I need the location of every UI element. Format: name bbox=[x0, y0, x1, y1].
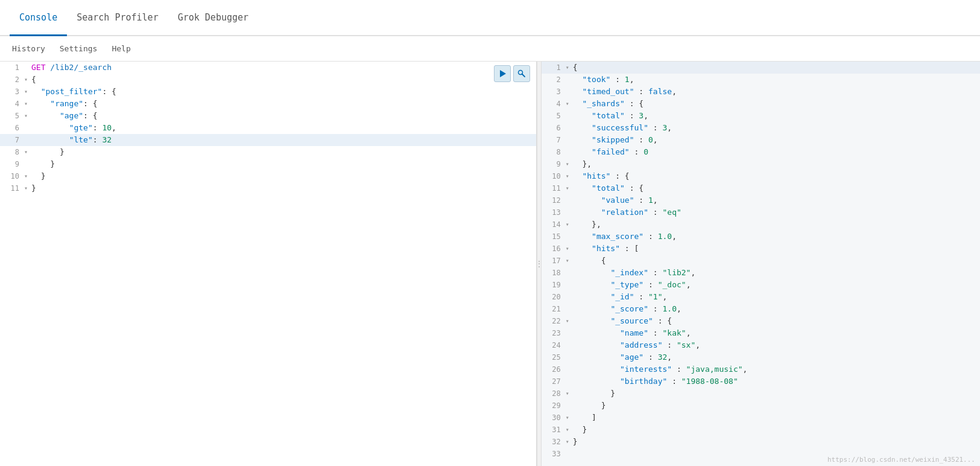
output-line: 32 ▾ } bbox=[542, 436, 980, 448]
output-line: 26 "interests" : "java,music", bbox=[542, 363, 980, 375]
output-line: 27 "birthday" : "1988-08-08" bbox=[542, 375, 980, 388]
editor-line: 8 ▾ } bbox=[0, 146, 536, 158]
output-line: 30 ▾ ] bbox=[542, 412, 980, 424]
output-line: 18 "_index" : "lib2", bbox=[542, 267, 980, 279]
editor-line: 1 GET /lib2/_search bbox=[0, 62, 536, 74]
inspect-button[interactable] bbox=[513, 65, 530, 82]
output-line: 24 "address" : "sx", bbox=[542, 339, 980, 351]
output-line: 9 ▾ }, bbox=[542, 158, 980, 170]
output-line: 12 "value" : 1, bbox=[542, 194, 980, 206]
editor-line: 6 "gte": 10, bbox=[0, 122, 536, 134]
run-button[interactable] bbox=[494, 65, 511, 82]
output-line: 3 "timed_out" : false, bbox=[542, 86, 980, 98]
output-line: 4 ▾ "_shards" : { bbox=[542, 98, 980, 110]
nav-settings[interactable]: Settings bbox=[57, 42, 100, 56]
top-navigation: Console Search Profiler Grok Debugger bbox=[0, 0, 980, 36]
output-line: 14 ▾ }, bbox=[542, 219, 980, 231]
editor-code-area[interactable]: 1 GET /lib2/_search 2 ▾ { 3 ▾ "post_filt… bbox=[0, 62, 536, 466]
editor-line: 7 "lte": 32 bbox=[0, 134, 536, 146]
pane-divider[interactable]: ⋮ bbox=[537, 62, 542, 466]
output-line: 1 ▾ { bbox=[542, 62, 980, 74]
output-line: 2 "took" : 1, bbox=[542, 74, 980, 86]
output-line: 10 ▾ "hits" : { bbox=[542, 170, 980, 182]
svg-line-2 bbox=[522, 74, 525, 77]
output-pane: 1 ▾ { 2 "took" : 1, 3 "timed_out" : fals… bbox=[542, 62, 980, 466]
editor-toolbar bbox=[494, 65, 530, 82]
output-code-area[interactable]: 1 ▾ { 2 "took" : 1, 3 "timed_out" : fals… bbox=[542, 62, 980, 466]
output-line: 19 "_type" : "_doc", bbox=[542, 279, 980, 291]
nav-help[interactable]: Help bbox=[109, 42, 133, 56]
output-line: 15 "max_score" : 1.0, bbox=[542, 231, 980, 243]
wrench-icon bbox=[517, 69, 526, 78]
output-line: 21 "_score" : 1.0, bbox=[542, 303, 980, 315]
editor-line: 3 ▾ "post_filter": { bbox=[0, 86, 536, 98]
output-line: 16 ▾ "hits" : [ bbox=[542, 243, 980, 255]
editor-line: 4 ▾ "range": { bbox=[0, 98, 536, 110]
second-navigation: History Settings Help bbox=[0, 36, 980, 62]
output-line: 31 ▾ } bbox=[542, 424, 980, 436]
output-line: 6 "successful" : 3, bbox=[542, 122, 980, 134]
tab-search-profiler[interactable]: Search Profiler bbox=[67, 0, 168, 36]
output-line: 17 ▾ { bbox=[542, 255, 980, 267]
output-line: 29 } bbox=[542, 400, 980, 412]
editor-line: 9 } bbox=[0, 158, 536, 170]
output-line: 5 "total" : 3, bbox=[542, 110, 980, 122]
nav-history[interactable]: History bbox=[10, 42, 48, 56]
output-line: 22 ▾ "_source" : { bbox=[542, 315, 980, 327]
output-line: 13 "relation" : "eq" bbox=[542, 206, 980, 219]
output-line: 20 "_id" : "1", bbox=[542, 291, 980, 303]
main-area: 1 GET /lib2/_search 2 ▾ { 3 ▾ "post_filt… bbox=[0, 62, 980, 466]
output-line: 7 "skipped" : 0, bbox=[542, 134, 980, 146]
editor-line: 10 ▾ } bbox=[0, 170, 536, 182]
output-line: 25 "age" : 32, bbox=[542, 351, 980, 363]
output-line: 28 ▾ } bbox=[542, 388, 980, 400]
editor-line: 5 ▾ "age": { bbox=[0, 110, 536, 122]
output-line: 23 "name" : "kak", bbox=[542, 327, 980, 339]
tab-console[interactable]: Console bbox=[10, 0, 67, 36]
watermark: https://blog.csdn.net/weixin_43521... bbox=[827, 456, 975, 464]
editor-line: 11 ▾ } bbox=[0, 182, 536, 194]
tab-grok-debugger[interactable]: Grok Debugger bbox=[168, 0, 258, 36]
editor-line: 2 ▾ { bbox=[0, 74, 536, 86]
svg-marker-0 bbox=[500, 70, 506, 77]
editor-pane: 1 GET /lib2/_search 2 ▾ { 3 ▾ "post_filt… bbox=[0, 62, 537, 466]
play-icon bbox=[498, 69, 507, 78]
output-line: 11 ▾ "total" : { bbox=[542, 182, 980, 194]
output-line: 8 "failed" : 0 bbox=[542, 146, 980, 158]
